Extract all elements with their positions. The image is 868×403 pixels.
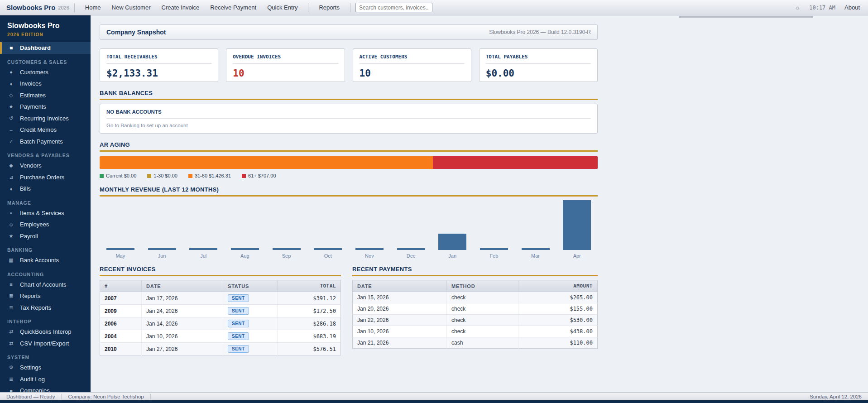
sidebar-item-csv-import-export[interactable]: ⇄CSV Import/Export	[0, 338, 91, 350]
sidebar-item-employees[interactable]: ☺Employees	[0, 219, 91, 230]
sidebar-item-vendors[interactable]: ◆Vendors	[0, 160, 91, 172]
sidebar-item-tax-reports[interactable]: ≣Tax Reports	[0, 302, 91, 314]
square-small-icon: ▪	[7, 210, 15, 216]
status-divider	[150, 394, 151, 399]
invoice-row[interactable]: 2009Jan 24, 2026SENT$172.50	[100, 305, 341, 317]
sidebar-item-bank-accounts[interactable]: ▦Bank Accounts	[0, 254, 91, 266]
sidebar-item-label: Customers	[20, 69, 48, 76]
list-icon: ≣	[7, 305, 15, 311]
invoice-row[interactable]: 2010Jan 27, 2026SENT$576.51	[100, 343, 341, 355]
cell-amount: $530.00	[518, 315, 598, 326]
sidebar-item-label: Bank Accounts	[20, 257, 59, 264]
bank-card-message: Go to Banking to set up an account	[106, 123, 591, 128]
revenue-bar-jun	[148, 248, 176, 250]
sidebar-item-payroll[interactable]: ★Payroll	[0, 230, 91, 242]
invoice-row[interactable]: 2004Jan 10, 2026SENT$683.19	[100, 330, 341, 343]
sidebar-item-reports[interactable]: ≣Reports	[0, 290, 91, 302]
menu-item-receive-payment[interactable]: Receive Payment	[205, 4, 262, 11]
sidebar-item-label: Purchase Orders	[20, 174, 64, 181]
sidebar-item-recurring-invoices[interactable]: ↺Recurring Invoices	[0, 113, 91, 125]
column-header-date: DATE	[353, 280, 447, 292]
payment-row[interactable]: Jan 15, 2026check$265.00	[353, 292, 598, 303]
gold-rule	[100, 99, 598, 100]
sidebar-item-invoices[interactable]: ♦Invoices	[0, 78, 91, 90]
column-header-: #	[100, 280, 142, 292]
sidebar-item-chart-of-accounts[interactable]: ≡Chart of Accounts	[0, 279, 91, 291]
app-logo: Slowbooks Pro	[6, 4, 55, 11]
sidebar-item-label: Settings	[20, 364, 41, 371]
sidebar-item-items-services[interactable]: ▪Items & Services	[0, 207, 91, 219]
sidebar-item-label: Vendors	[20, 162, 42, 169]
revenue-bar-col-jun	[141, 200, 183, 250]
revenue-bar-col-mar	[515, 200, 556, 250]
menu-divider	[350, 3, 350, 12]
sidebar-item-companies[interactable]: ■Companies	[0, 385, 91, 392]
menu-item-quick-entry[interactable]: Quick Entry	[262, 4, 303, 11]
bank-section-title: BANK BALANCES	[100, 90, 598, 96]
menu-lines-icon: ≡	[7, 282, 15, 287]
minus-icon: –	[7, 127, 15, 133]
sidebar-item-label: Employees	[20, 221, 49, 228]
revenue-bar-may	[106, 248, 134, 250]
payment-row[interactable]: Jan 21, 2026cash$110.00	[353, 337, 598, 349]
sidebar-section-customers-sales: CUSTOMERS & SALES	[0, 54, 91, 67]
revenue-axis-label-jan: Jan	[432, 253, 473, 259]
sidebar-item-audit-log[interactable]: ≣Audit Log	[0, 374, 91, 385]
star-icon: ★	[7, 233, 15, 239]
bank-balances-section: BANK BALANCES NO BANK ACCOUNTS Go to Ban…	[100, 90, 598, 134]
menu-item-new-customer[interactable]: New Customer	[106, 4, 156, 11]
invoice-row[interactable]: 2007Jan 17, 2026SENT$391.12	[100, 292, 341, 305]
menu-item-reports[interactable]: Reports	[313, 4, 345, 11]
cell-date: Jan 22, 2026	[353, 315, 447, 326]
payment-row[interactable]: Jan 20, 2026check$155.00	[353, 303, 598, 315]
invoice-row[interactable]: 2006Jan 14, 2026SENT$286.18	[100, 317, 341, 330]
payment-row[interactable]: Jan 22, 2026check$530.00	[353, 315, 598, 326]
sidebar-item-purchase-orders[interactable]: ⊿Purchase Orders	[0, 172, 91, 183]
revenue-bar-nov	[355, 248, 384, 250]
cell-method: check	[447, 315, 518, 326]
sidebar-item-label: Companies	[20, 387, 50, 392]
revenue-axis-label-may: May	[100, 253, 141, 259]
cell-date: Jan 10, 2026	[142, 330, 223, 343]
sidebar-item-bills[interactable]: ♦Bills	[0, 183, 91, 195]
stat-value: 10	[360, 68, 465, 79]
clock-time: 10:17 AM	[809, 5, 835, 11]
revenue-bar-col-jan	[432, 200, 473, 250]
search-input[interactable]	[355, 3, 432, 12]
sidebar-brand-title: Slowbooks Pro	[7, 22, 83, 30]
menu-item-home[interactable]: Home	[80, 4, 106, 11]
ar-aging-legend: Current $0.001-30 $0.0031-60 $1,426.3161…	[100, 173, 598, 178]
sidebar-section-system: SYSTEM	[0, 349, 91, 362]
revenue-bar-col-nov	[349, 200, 390, 250]
stat-value: $0.00	[486, 68, 591, 79]
sidebar-item-label: QuickBooks Interop	[20, 328, 71, 335]
cell-method: check	[447, 303, 518, 315]
sidebar-item-credit-memos[interactable]: –Credit Memos	[0, 124, 91, 136]
cell-total: $286.18	[278, 317, 341, 330]
sidebar-item-batch-payments[interactable]: ✓Batch Payments	[0, 136, 91, 148]
about-menu-item[interactable]: About	[844, 4, 860, 11]
column-header-amount: AMOUNT	[518, 280, 598, 292]
cell-status: SENT	[223, 305, 278, 317]
check-icon: ✓	[7, 139, 15, 144]
sidebar-item-estimates[interactable]: ◇Estimates	[0, 90, 91, 101]
sun-icon[interactable]: ☼	[795, 4, 800, 11]
sidebar-item-quickbooks-interop[interactable]: ⇄QuickBooks Interop	[0, 326, 91, 338]
sidebar-item-customers[interactable]: ●Customers	[0, 67, 91, 78]
sidebar-item-settings[interactable]: ⚙Settings	[0, 362, 91, 374]
revenue-axis-label-apr: Apr	[556, 253, 598, 259]
ar-legend-current: Current $0.00	[100, 173, 136, 178]
list-icon: ≣	[7, 376, 15, 382]
revenue-bar-col-jul	[182, 200, 224, 250]
sidebar-item-dashboard[interactable]: ■Dashboard	[0, 42, 91, 54]
ar-aging-section: AR AGING Current $0.001-30 $0.0031-60 $1…	[100, 141, 598, 178]
cell-date: Jan 14, 2026	[142, 317, 223, 330]
sidebar-item-payments[interactable]: ★Payments	[0, 101, 91, 113]
star-icon: ★	[7, 104, 15, 110]
cell-date: Jan 24, 2026	[142, 305, 223, 317]
ar-legend-label: 1-30 $0.00	[153, 173, 177, 178]
stat-label: OVERDUE INVOICES	[233, 54, 338, 64]
payment-row[interactable]: Jan 10, 2026check$438.00	[353, 326, 598, 337]
menu-item-create-invoice[interactable]: Create Invoice	[156, 4, 205, 11]
revenue-axis-label-feb: Feb	[473, 253, 515, 259]
